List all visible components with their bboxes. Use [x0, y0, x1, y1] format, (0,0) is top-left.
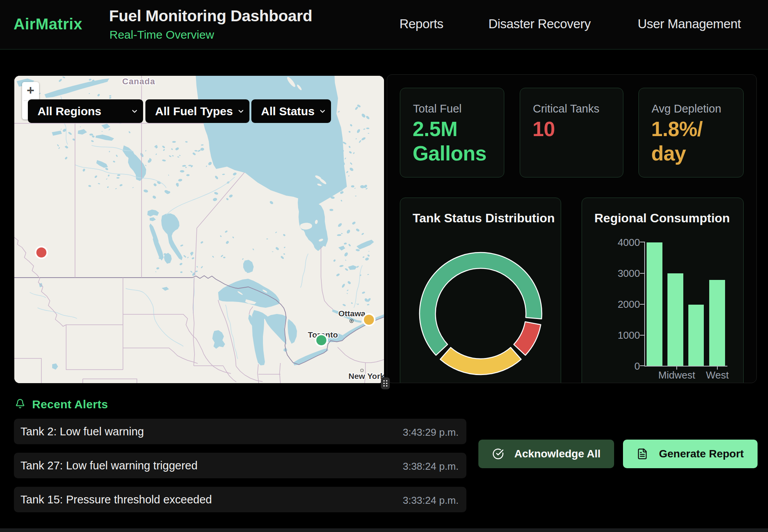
svg-text:4000: 4000	[618, 237, 640, 248]
svg-text:Canada: Canada	[122, 77, 155, 86]
svg-text:New York: New York	[348, 372, 384, 380]
svg-text:Midwest: Midwest	[658, 369, 695, 381]
svg-text:2000: 2000	[618, 298, 640, 310]
svg-text:0: 0	[635, 360, 640, 372]
svg-text:Ottawa: Ottawa	[338, 309, 365, 318]
svg-text:1000: 1000	[618, 329, 640, 341]
svg-text:West: West	[706, 369, 729, 381]
svg-text:3000: 3000	[618, 268, 640, 279]
